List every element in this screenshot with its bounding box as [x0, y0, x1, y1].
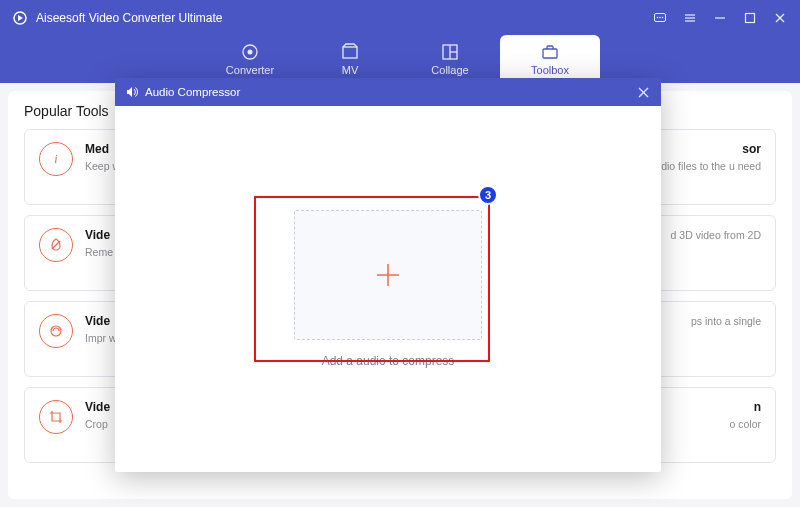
converter-icon: [240, 42, 260, 62]
main-tabbar: Converter MV Collage Toolbox: [0, 35, 800, 83]
feedback-icon[interactable]: [652, 10, 668, 26]
tab-label: Collage: [431, 64, 468, 76]
annotation-highlight-box: [254, 196, 490, 362]
enhancer-icon: [39, 314, 73, 348]
svg-point-14: [248, 50, 253, 55]
audio-icon: [125, 85, 139, 99]
mv-icon: [340, 42, 360, 62]
tab-mv[interactable]: MV: [300, 35, 400, 83]
tool-title: Vide: [85, 400, 110, 414]
svg-rect-15: [343, 47, 357, 58]
titlebar: Aiseesoft Video Converter Ultimate: [0, 0, 800, 35]
titlebar-left: Aiseesoft Video Converter Ultimate: [12, 10, 223, 26]
collage-icon: [440, 42, 460, 62]
minimize-icon[interactable]: [712, 10, 728, 26]
tab-converter[interactable]: Converter: [200, 35, 300, 83]
tab-label: Toolbox: [531, 64, 569, 76]
annotation-step-badge: 3: [478, 185, 498, 205]
close-icon[interactable]: [772, 10, 788, 26]
modal-close-icon[interactable]: [635, 84, 651, 100]
watermark-icon: [39, 228, 73, 262]
titlebar-controls: [652, 10, 788, 26]
app-logo-icon: [12, 10, 28, 26]
modal-header: Audio Compressor: [115, 78, 661, 106]
svg-text:i: i: [54, 152, 57, 166]
tab-toolbox[interactable]: Toolbox: [500, 35, 600, 83]
tool-desc: Crop: [85, 417, 110, 432]
toolbox-icon: [540, 42, 560, 62]
menu-icon[interactable]: [682, 10, 698, 26]
tab-label: MV: [342, 64, 359, 76]
svg-point-5: [662, 16, 664, 18]
maximize-icon[interactable]: [742, 10, 758, 26]
app-title: Aiseesoft Video Converter Ultimate: [36, 11, 223, 25]
tab-collage[interactable]: Collage: [400, 35, 500, 83]
svg-marker-1: [18, 15, 23, 21]
tab-label: Converter: [226, 64, 274, 76]
svg-rect-19: [543, 49, 557, 58]
svg-point-3: [657, 16, 659, 18]
modal-title: Audio Compressor: [145, 86, 240, 98]
svg-rect-10: [746, 13, 755, 22]
info-icon: i: [39, 142, 73, 176]
crop-icon: [39, 400, 73, 434]
svg-point-4: [659, 16, 661, 18]
